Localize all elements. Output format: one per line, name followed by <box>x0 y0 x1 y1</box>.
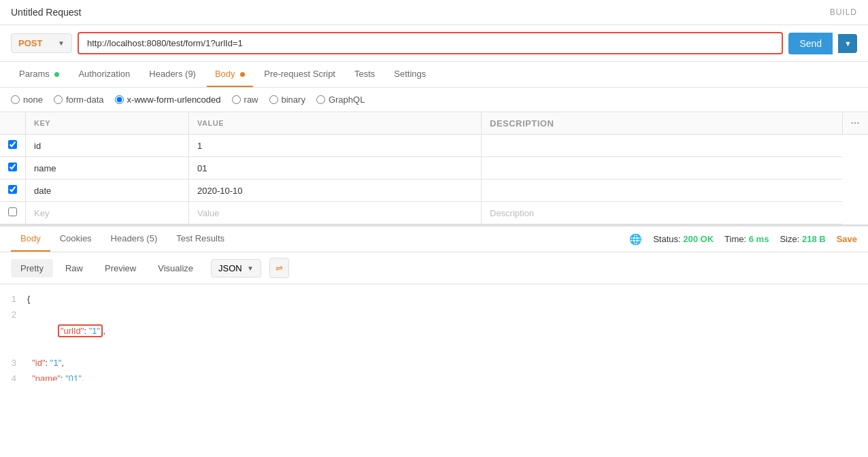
row-description-new[interactable]: Description <box>482 202 843 224</box>
res-tab-test-results[interactable]: Test Results <box>167 226 234 252</box>
request-tabs: Params Authorization Headers (9) Body Pr… <box>0 62 868 88</box>
format-selector[interactable]: JSON Text HTML XML ▼ <box>211 259 261 277</box>
row-value-1[interactable]: 1 <box>189 135 482 157</box>
status-value: 200 OK <box>683 234 714 244</box>
code-line-4: 4 "name": "01", <box>0 371 868 381</box>
status-label: Status: 200 OK <box>653 234 714 244</box>
params-table: KEY VALUE DESCRIPTION ··· id 1 name 01 <box>0 112 868 224</box>
row-key-1[interactable]: id <box>26 135 189 157</box>
res-tab-cookies[interactable]: Cookies <box>50 226 101 252</box>
top-bar: Untitled Request BUILD <box>0 0 868 25</box>
body-type-graphql[interactable]: GraphQL <box>316 95 365 105</box>
row-value-2[interactable]: 01 <box>189 157 482 180</box>
row-key-3[interactable]: date <box>26 180 189 202</box>
url-input[interactable] <box>87 38 773 48</box>
row-key-2[interactable]: name <box>26 157 189 180</box>
body-type-binary[interactable]: binary <box>269 95 305 105</box>
tab-settings[interactable]: Settings <box>386 62 434 87</box>
code-line-2: 2 "urlId": "1", <box>0 307 868 354</box>
highlighted-key: "urlId": "1" <box>58 324 103 337</box>
size-value: 218 B <box>802 234 826 244</box>
row-value-3[interactable]: 2020-10-10 <box>189 180 482 202</box>
tab-headers[interactable]: Headers (9) <box>141 62 204 87</box>
view-preview-button[interactable]: Preview <box>95 259 146 277</box>
view-pretty-button[interactable]: Pretty <box>11 259 53 277</box>
table-header-key: KEY <box>26 112 189 135</box>
table-row-placeholder: Key Value Description <box>0 202 868 224</box>
tab-params[interactable]: Params <box>11 62 67 87</box>
chevron-down-icon: ▼ <box>58 39 65 47</box>
body-type-raw[interactable]: raw <box>232 95 258 105</box>
time-label: Time: 6 ms <box>724 234 769 244</box>
tab-pre-request[interactable]: Pre-request Script <box>256 62 344 87</box>
body-type-form-data[interactable]: form-data <box>54 95 104 105</box>
body-dot <box>240 72 245 77</box>
response-toolbar: Pretty Raw Preview Visualize JSON Text H… <box>0 252 868 284</box>
save-response-button[interactable]: Save <box>837 234 857 244</box>
tab-body[interactable]: Body <box>207 62 253 87</box>
wrap-icon: ⇌ <box>276 263 283 273</box>
table-row: id 1 <box>0 135 868 157</box>
table-header-value: VALUE <box>189 112 482 135</box>
table-row: date 2020-10-10 <box>0 180 868 202</box>
globe-icon: 🌐 <box>629 233 642 246</box>
url-input-wrap[interactable] <box>78 32 783 54</box>
response-code-area: 1 { 2 "urlId": "1", 3 "id": "1", 4 "name… <box>0 284 868 381</box>
view-raw-button[interactable]: Raw <box>56 259 93 277</box>
response-section: Body Cookies Headers (5) Test Results 🌐 … <box>0 224 868 381</box>
params-dot <box>54 72 59 77</box>
row-checkbox-2[interactable] <box>8 163 17 171</box>
format-chevron-icon: ▼ <box>247 265 254 272</box>
row-value-new[interactable]: Value <box>189 202 482 224</box>
build-label: BUILD <box>830 7 857 17</box>
row-description-1[interactable] <box>482 135 843 157</box>
method-selector[interactable]: POST GET PUT DELETE PATCH ▼ <box>11 33 72 53</box>
row-description-3[interactable] <box>482 180 843 202</box>
row-checkbox-new[interactable] <box>8 207 17 216</box>
response-tabs-bar: Body Cookies Headers (5) Test Results 🌐 … <box>0 224 868 252</box>
size-label: Size: 218 B <box>780 234 825 244</box>
table-header-more: ··· <box>842 112 868 135</box>
tab-authorization[interactable]: Authorization <box>70 62 138 87</box>
body-type-selector: none form-data x-www-form-urlencoded raw… <box>0 88 868 112</box>
row-description-2[interactable] <box>482 157 843 180</box>
format-dropdown[interactable]: JSON Text HTML XML <box>218 263 243 273</box>
more-columns-icon[interactable]: ··· <box>851 118 860 129</box>
method-dropdown[interactable]: POST GET PUT DELETE PATCH <box>18 38 54 48</box>
app-title: Untitled Request <box>11 7 82 18</box>
row-checkbox-1[interactable] <box>8 140 17 149</box>
url-bar: POST GET PUT DELETE PATCH ▼ Send ▼ <box>0 25 868 62</box>
res-tab-body[interactable]: Body <box>11 226 50 252</box>
table-row: name 01 <box>0 157 868 180</box>
response-status-bar: 🌐 Status: 200 OK Time: 6 ms Size: 218 B … <box>629 233 857 246</box>
code-line-3: 3 "id": "1", <box>0 355 868 371</box>
time-value: 6 ms <box>749 234 769 244</box>
table-header-description: DESCRIPTION <box>482 112 843 135</box>
row-key-new[interactable]: Key <box>26 202 189 224</box>
row-checkbox-3[interactable] <box>8 185 17 194</box>
code-line-1: 1 { <box>0 291 868 307</box>
body-type-urlencoded[interactable]: x-www-form-urlencoded <box>115 95 221 105</box>
params-table-container: KEY VALUE DESCRIPTION ··· id 1 name 01 <box>0 112 868 224</box>
view-visualize-button[interactable]: Visualize <box>148 259 203 277</box>
res-tab-headers[interactable]: Headers (5) <box>101 226 167 252</box>
table-header-check <box>0 112 26 135</box>
wrap-button[interactable]: ⇌ <box>269 258 289 278</box>
tab-tests[interactable]: Tests <box>346 62 383 87</box>
send-dropdown-button[interactable]: ▼ <box>838 34 857 53</box>
send-button[interactable]: Send <box>788 33 833 54</box>
body-type-none[interactable]: none <box>11 95 43 105</box>
